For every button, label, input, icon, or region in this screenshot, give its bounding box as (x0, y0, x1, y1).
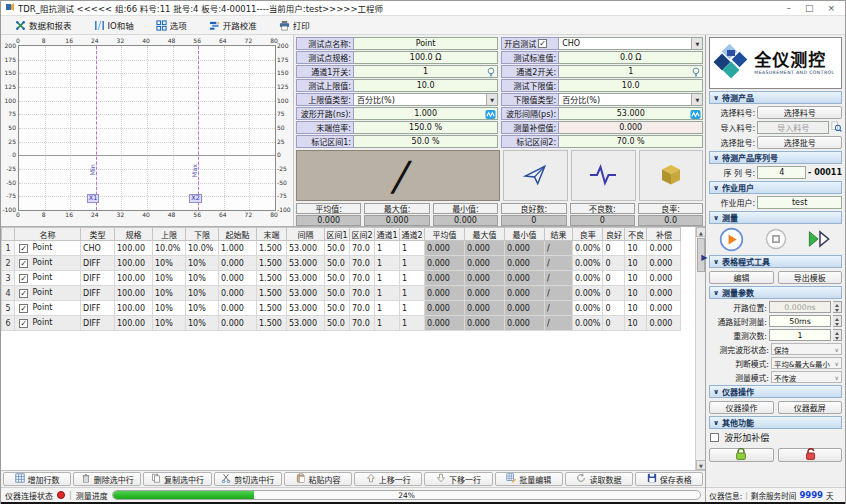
minimize-button[interactable]: – (786, 3, 791, 13)
stop-measure-button[interactable] (765, 228, 787, 252)
refresh-button[interactable]: 读取数据 (565, 472, 633, 486)
form-field[interactable]: 10.0 (354, 79, 498, 92)
operator-input[interactable]: test (757, 196, 842, 209)
edit-button[interactable]: 编辑 (709, 271, 773, 284)
spinner-icon[interactable] (833, 301, 842, 313)
param-input[interactable]: 0.000ns (769, 301, 831, 313)
column-header[interactable]: 规格 (115, 228, 153, 241)
table-scrollbar[interactable]: ▲ ▼ (695, 227, 705, 470)
column-header[interactable]: 良率 (573, 228, 603, 241)
form-field[interactable]: 50.0 % (354, 135, 498, 148)
up-button[interactable]: 上移一行 (354, 472, 422, 486)
maximize-button[interactable]: □ (805, 3, 814, 13)
paste-button[interactable]: 粘贴内容 (284, 472, 352, 486)
dropdown-arrow-icon[interactable]: ▼ (691, 38, 702, 49)
close-button[interactable]: × (827, 3, 835, 13)
form-field[interactable]: 100.0 Ω (354, 51, 498, 64)
scroll-up-icon[interactable]: ▲ (696, 227, 706, 237)
dropdown-arrow-icon[interactable]: ▼ (691, 94, 702, 105)
copy-button[interactable]: 复制选中行 (143, 472, 211, 486)
form-field[interactable]: 1.000 (354, 107, 498, 120)
enable-test-checkbox[interactable]: ✓ (538, 39, 547, 48)
param-input[interactable]: 50ms (769, 315, 831, 327)
spinner-icon[interactable] (833, 329, 842, 341)
form-field[interactable]: 百分比(%)▼ (559, 93, 703, 106)
package-button[interactable] (639, 150, 704, 201)
column-header[interactable]: 间隔 (287, 228, 325, 241)
row-checkbox[interactable]: ✓ (19, 319, 28, 328)
section-measure-params[interactable]: ∨测量参数 (709, 286, 842, 299)
column-header[interactable]: 上限 (153, 228, 186, 241)
waveform-chart[interactable]: MinX1MaxX2 00881616242432324040484856566… (1, 35, 294, 226)
toolbar-button-options[interactable]: 选项 (148, 17, 195, 33)
table-row[interactable]: 5✓ PointDIFF100.0010%10%0.0001.50053.000… (2, 301, 681, 316)
column-header[interactable]: 平均值 (425, 228, 465, 241)
form-field[interactable]: 150.0 % (354, 121, 498, 134)
row-checkbox[interactable]: ✓ (19, 259, 28, 268)
column-header[interactable]: 良好 (603, 228, 625, 241)
row-checkbox[interactable]: ✓ (19, 244, 28, 253)
toolbar-button-calib[interactable]: 开路校准 (201, 17, 265, 33)
column-header[interactable]: 区间2 (350, 228, 375, 241)
cursor-name[interactable]: X2 (189, 194, 202, 203)
export-template-button[interactable]: 导出模板 (778, 271, 842, 284)
param-select[interactable]: 平均&最大&最小∨ (771, 357, 842, 369)
row-checkbox[interactable]: ✓ (19, 274, 28, 283)
form-field[interactable]: 70.0 % (559, 135, 703, 148)
wave-compensation-checkbox[interactable] (710, 433, 719, 442)
toolbar-button-ioaxis[interactable]: IO和轴 (86, 17, 142, 33)
section-product[interactable]: ∨待测产品 (709, 91, 842, 104)
table-row[interactable]: 6✓ PointDIFF100.0010%10%0.0001.50053.000… (2, 316, 681, 331)
form-field[interactable]: 10.0 (559, 79, 703, 92)
toolbar-button-xarrows[interactable]: 数据和报表 (7, 17, 80, 33)
save-button[interactable]: 保存表格 (635, 472, 703, 486)
column-header[interactable]: 不良 (625, 228, 647, 241)
cursor-line-x2[interactable] (198, 46, 199, 210)
trash-button[interactable]: 删除选中行 (73, 472, 141, 486)
column-header[interactable]: 最大值 (465, 228, 505, 241)
start-measure-button[interactable] (719, 227, 744, 254)
form-field[interactable]: 1 (354, 65, 498, 78)
select-lot-button[interactable]: 选择批号 (757, 136, 842, 149)
waveform-icon[interactable] (690, 109, 701, 122)
form-field[interactable]: 0.0 Ω (559, 51, 703, 64)
table-row[interactable]: 3✓ PointDIFF100.0010%10%0.0001.50053.000… (2, 271, 681, 286)
row-checkbox[interactable]: ✓ (19, 304, 28, 313)
form-field[interactable]: Point (354, 37, 498, 50)
column-header[interactable]: 下限 (186, 228, 219, 241)
toolbar-button-printer[interactable]: 打印 (271, 17, 318, 33)
waveform-icon[interactable] (485, 109, 496, 122)
batch-button[interactable]: 批量编辑 (495, 472, 563, 486)
chart-plot[interactable]: MinX1MaxX2 (18, 45, 276, 211)
column-header[interactable]: 类型 (81, 228, 115, 241)
column-header[interactable]: 起始點 (219, 228, 257, 241)
column-header[interactable]: 最小值 (505, 228, 545, 241)
section-measure[interactable]: ∨测量 (709, 211, 842, 224)
dropdown-arrow-icon[interactable]: ▼ (486, 94, 497, 105)
down-button[interactable]: 下移一行 (424, 472, 492, 486)
section-serial[interactable]: ∨待测产品序列号 (709, 151, 842, 164)
panel-expander-icon[interactable]: ▶ (701, 253, 707, 262)
select-part-button[interactable]: 选择料号 (757, 106, 842, 119)
column-header[interactable]: 结果 (545, 228, 573, 241)
cursor-line-x1[interactable] (96, 46, 97, 210)
table-row[interactable]: 1✓ PointCHO100.0010.0%10.0%1.0001.50053.… (2, 241, 681, 256)
form-field[interactable]: 0.000 (559, 121, 703, 134)
form-field[interactable]: 1 (559, 65, 703, 78)
unlock-button[interactable] (778, 448, 842, 462)
send-button[interactable] (503, 150, 568, 201)
table-row[interactable]: 4✓ PointDIFF100.0010%10%0.0001.50053.000… (2, 286, 681, 301)
column-header[interactable]: 末端 (257, 228, 287, 241)
spinner-icon[interactable] (833, 315, 842, 327)
column-header[interactable]: 区间1 (325, 228, 350, 241)
cursor-name[interactable]: X1 (87, 194, 100, 203)
column-header[interactable]: 通道2 (400, 228, 425, 241)
pulse-button[interactable] (571, 150, 636, 201)
column-header[interactable]: 补偿 (647, 228, 681, 241)
section-table-tools[interactable]: ∨表格程式工具 (709, 255, 842, 268)
section-user[interactable]: ∨作业用户 (709, 181, 842, 194)
lock-button[interactable] (709, 448, 773, 462)
row-checkbox[interactable]: ✓ (19, 289, 28, 298)
section-instrument[interactable]: ∨仪器操作 (709, 385, 842, 398)
form-field[interactable]: 53.000 (559, 107, 703, 120)
